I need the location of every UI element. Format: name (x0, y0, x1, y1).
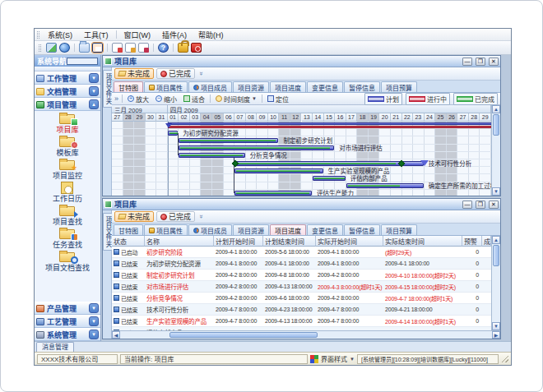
gantt-tab-项目预算[interactable]: 项目预算 (381, 81, 417, 92)
folder-icon[interactable] (79, 43, 90, 53)
restore-button[interactable]: ❐ (476, 201, 485, 209)
lock-icon[interactable] (178, 43, 188, 53)
chevron-up-icon[interactable]: ▲ (89, 99, 99, 109)
gantt-tab-甘特图[interactable]: 甘特图 (114, 81, 143, 92)
gantt-vertical-scrollbar[interactable]: ▲ ▼ (491, 105, 500, 196)
table-window-titlebar[interactable]: 项目库 — ❐ ✕ (103, 199, 500, 210)
desktop-icon[interactable] (46, 43, 57, 53)
sidebar-group-工作管理[interactable]: 工作管理▼ (35, 71, 100, 85)
tool-时间刻度[interactable]: 时间刻度▼ (214, 95, 258, 104)
menu-3[interactable]: 窗口(W) (118, 29, 157, 41)
chevron-down-icon[interactable]: ▼ (89, 330, 99, 339)
sidebar-group-项目管理[interactable]: 项目管理▲ (35, 98, 100, 111)
table-horizontal-scrollbar[interactable]: ◀ ▶ (112, 330, 500, 339)
task-bar-制定初步研究计划[interactable] (179, 138, 278, 143)
gantt-tab-项目进度[interactable]: 项目进度 (270, 81, 306, 92)
chevron-down-icon[interactable]: ▼ (89, 316, 99, 326)
summary-progress-bar[interactable] (168, 126, 491, 128)
gantt-filter-已完成[interactable]: 已完成 (156, 68, 195, 79)
report-edit-icon[interactable] (125, 43, 136, 53)
table-tab-项目成员[interactable]: 项目成员 (188, 224, 232, 235)
report-delete-icon[interactable] (138, 43, 149, 53)
task-bar-为初步研究分配资源[interactable] (168, 131, 179, 136)
table-tab-项目进度[interactable]: 项目进度 (270, 224, 306, 235)
interface-style-label[interactable]: 界面样式 (321, 354, 347, 363)
column-header-实际开始时间[interactable]: 实际开始时间 (316, 236, 383, 247)
column-header-成[interactable]: 成 (482, 236, 491, 247)
scrollbar-thumb[interactable] (493, 245, 499, 266)
sidebar-group-文档管理[interactable]: 文档管理▼ (35, 85, 100, 98)
sidebar-item-项目文档查找[interactable]: 项目文档查找 (35, 251, 100, 272)
gantt-tab-项目资源[interactable]: 项目资源 (233, 81, 269, 92)
chevron-down-icon[interactable]: ▼ (350, 357, 355, 362)
table-filter-已完成[interactable]: 已完成 (156, 211, 195, 222)
close-button[interactable]: ✕ (489, 58, 499, 66)
resize-grip-icon[interactable] (501, 355, 508, 362)
gantt-tab-项目成员[interactable]: 项目成员 (188, 81, 232, 92)
sidebar-item-项目查找[interactable]: 项目查找 (35, 205, 100, 226)
table-tab-暂停信息[interactable]: 暂停信息 (344, 224, 380, 235)
column-header-实际结束时间[interactable]: 实际结束时间 (383, 236, 462, 247)
summary-plan-bar[interactable] (168, 122, 491, 125)
chevron-down-icon[interactable]: ▼ (89, 303, 99, 313)
interface-style-icon[interactable] (310, 355, 318, 363)
task-bar-确定生产所需的加工过程[interactable] (346, 183, 424, 188)
globe-icon[interactable] (59, 43, 70, 53)
overflow-chevron-icon[interactable]: » (197, 70, 205, 76)
tool-放大[interactable]: +放大 (126, 95, 151, 104)
task-bar-分析竞争情况[interactable] (179, 153, 244, 158)
table-row[interactable]: 已结束对市场进行评估2009-4-2 8:00:002009-4-13 18:0… (112, 281, 491, 293)
chevron-down-icon[interactable]: ▼ (89, 86, 99, 96)
sidebar-group-系统管理[interactable]: 系统管理▼ (35, 328, 100, 341)
sidebar-item-项目监控[interactable]: 项目监控 (35, 159, 100, 180)
column-header-名称[interactable]: 名称 (145, 236, 214, 247)
chevron-down-icon[interactable]: ▼ (89, 73, 99, 83)
task-bar-生产实验室规模的产品[interactable] (234, 168, 323, 173)
task-bar-评估生产能力[interactable] (234, 191, 312, 196)
sidebar-group-工艺管理[interactable]: 工艺管理▼ (35, 315, 100, 328)
help-icon[interactable] (158, 43, 169, 53)
overflow-chevron-icon[interactable]: » (197, 213, 205, 219)
table-row[interactable]: 已结束分析竞争情况2009-4-2 8:00:002009-4-6 18:00:… (112, 293, 491, 304)
column-header-计划结束时间[interactable]: 计划结束时间 (263, 236, 316, 247)
table-tab-项目资源[interactable]: 项目资源 (233, 224, 269, 235)
minimize-button[interactable]: — (462, 201, 472, 209)
scroll-up-icon[interactable]: ▲ (492, 105, 500, 113)
task-bar-对市场进行评估[interactable] (179, 145, 334, 150)
minimize-button[interactable]: — (462, 58, 472, 66)
sidebar-item-项目库[interactable]: 项目库 (35, 113, 100, 134)
table-vertical-scrollbar[interactable]: ▲ ▼ (491, 236, 500, 330)
pin-icon[interactable] (67, 58, 98, 65)
scroll-down-icon[interactable]: ▼ (492, 187, 500, 196)
tool-适合[interactable]: 适合 (182, 95, 207, 104)
tool-缩小[interactable]: −缩小 (154, 95, 179, 104)
sidebar-item-工作日历[interactable]: 工作日历 (35, 182, 100, 203)
table-tab-甘特图[interactable]: 甘特图 (114, 224, 143, 235)
tool-定位[interactable]: 定位 (266, 95, 290, 104)
menu-4[interactable]: 插件(A) (156, 29, 193, 41)
table-row[interactable]: 已结束为初步研究分配资源2009-4-1 8:00:002009-4-1 18:… (112, 258, 491, 270)
menu-5[interactable]: 帮助(H) (193, 29, 230, 41)
sidebar-item-模板库[interactable]: 模板库 (35, 136, 100, 157)
sidebar-item-任务查找[interactable]: 任务查找 (35, 228, 100, 249)
column-header-状态[interactable]: 状态 (112, 236, 145, 247)
table-tab-变更信息[interactable]: 变更信息 (307, 224, 343, 235)
scrollbar-thumb[interactable] (493, 114, 499, 136)
exit-icon[interactable] (191, 43, 202, 53)
scroll-left-icon[interactable]: ◀ (112, 331, 120, 339)
table-tab-项目预算[interactable]: 项目预算 (381, 224, 417, 235)
table-row[interactable]: 已启动初步研究阶段2009-4-1 8:00:002009-5-6 18:00:… (112, 247, 491, 258)
column-header-预警[interactable]: 预警 (462, 236, 482, 247)
gantt-filter-未完成[interactable]: 未完成 (114, 68, 154, 79)
table-filter-未完成[interactable]: 未完成 (114, 211, 154, 222)
side-tab-project-folders[interactable]: 项目文件夹 (103, 210, 112, 339)
scrollbar-thumb[interactable] (169, 332, 318, 338)
more-tools-icon[interactable]: » (114, 95, 118, 103)
close-button[interactable]: ✕ (489, 201, 499, 209)
table-row[interactable]: 已结束制定初步研究计划2009-4-2 8:00:002009-4-8 18:0… (112, 270, 491, 281)
task-bar-技术可行性分析[interactable] (234, 161, 424, 166)
scroll-right-icon[interactable]: ▶ (492, 331, 500, 339)
column-header-计划开始时间[interactable]: 计划开始时间 (214, 236, 263, 247)
restore-button[interactable]: ❐ (476, 58, 485, 66)
table-tab-项目属性[interactable]: 项目属性 (144, 224, 188, 235)
